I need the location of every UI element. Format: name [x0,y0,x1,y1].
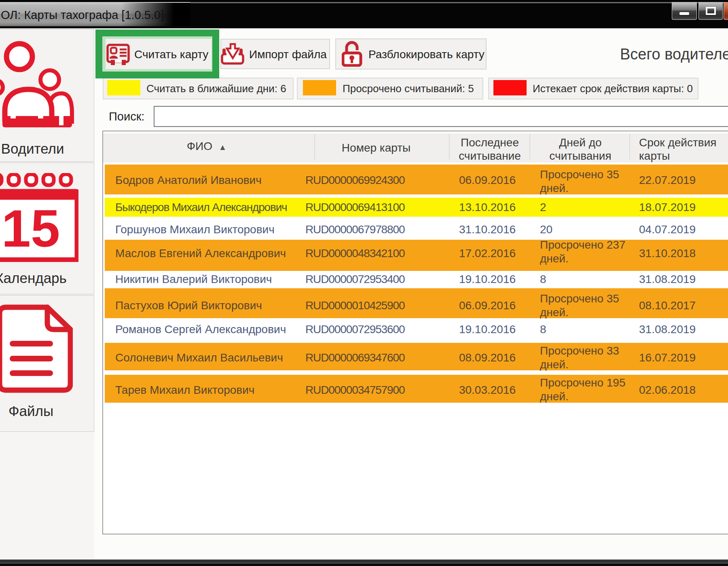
svg-text:15: 15 [2,199,60,258]
